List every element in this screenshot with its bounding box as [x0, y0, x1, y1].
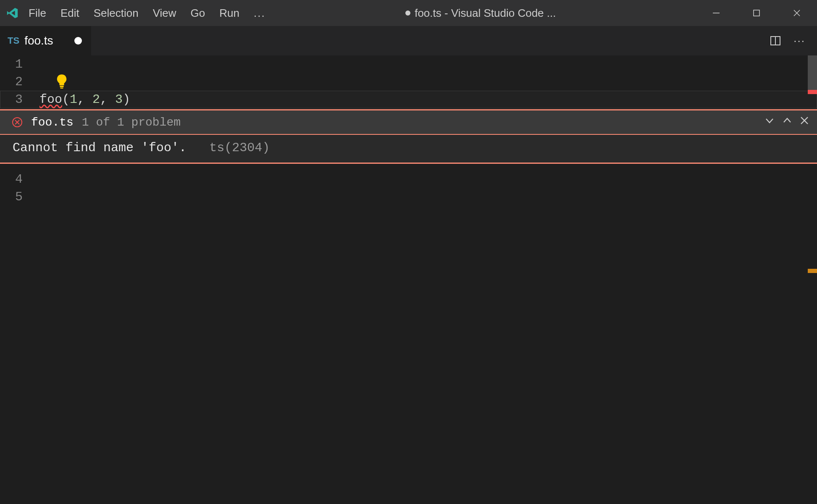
- menu-edit[interactable]: Edit: [60, 7, 79, 20]
- close-button[interactable]: [777, 0, 817, 26]
- peek-filename: foo.ts: [31, 116, 74, 129]
- editor-tab[interactable]: TS foo.ts: [0, 26, 91, 55]
- tab-bar: TS foo.ts ···: [0, 26, 817, 55]
- peek-problem-counter: 1 of 1 problem: [82, 116, 181, 129]
- line-content[interactable]: foo(1, 2, 3): [39, 91, 130, 108]
- editor-actions: ···: [757, 26, 817, 55]
- error-message: Cannot find name 'foo'.: [13, 141, 187, 155]
- previous-problem-button[interactable]: [782, 115, 793, 129]
- error-icon: [12, 117, 23, 128]
- split-editor-icon[interactable]: [769, 34, 782, 47]
- window-title: foo.ts - Visual Studio Code ...: [265, 7, 696, 20]
- next-problem-button[interactable]: [764, 115, 775, 129]
- menu-run[interactable]: Run: [219, 7, 239, 20]
- window-title-text: foo.ts - Visual Studio Code ...: [415, 7, 556, 19]
- lightbulb-icon[interactable]: [56, 74, 68, 89]
- error-code: ts(2304): [209, 141, 270, 155]
- svg-rect-1: [754, 10, 759, 16]
- editor-line[interactable]: 4: [0, 171, 817, 188]
- line-number: 4: [0, 171, 39, 188]
- tab-filename: foo.ts: [24, 34, 53, 47]
- minimize-button[interactable]: [696, 0, 736, 26]
- menu-file[interactable]: File: [29, 7, 46, 20]
- line-number: 2: [0, 73, 39, 91]
- scrollbar-track[interactable]: [808, 55, 817, 504]
- svg-rect-6: [60, 86, 64, 87]
- scrollbar-thumb[interactable]: [808, 55, 817, 91]
- menu-overflow[interactable]: ...: [254, 7, 265, 20]
- vscode-logo-icon: [6, 7, 18, 19]
- window-controls: [696, 0, 817, 26]
- peek-body: Cannot find name 'foo'. ts(2304): [0, 134, 817, 163]
- line-number: 5: [0, 188, 39, 206]
- maximize-button[interactable]: [736, 0, 777, 26]
- overview-ruler-error-icon[interactable]: [808, 90, 817, 94]
- typescript-file-icon: TS: [8, 35, 19, 46]
- menu-selection[interactable]: Selection: [94, 7, 139, 20]
- menu-bar: File Edit Selection View Go Run ...: [29, 7, 265, 20]
- menu-go[interactable]: Go: [191, 7, 205, 20]
- tab-dirty-indicator-icon: [74, 37, 82, 45]
- editor-line[interactable]: 1: [0, 55, 817, 73]
- editor-line[interactable]: 5: [0, 188, 817, 206]
- svg-rect-7: [60, 88, 63, 89]
- overview-ruler-highlight-icon[interactable]: [808, 269, 817, 273]
- problems-peek-view: foo.ts 1 of 1 problem Cannot find name '…: [0, 109, 817, 164]
- menu-view[interactable]: View: [153, 7, 176, 20]
- line-number: 1: [0, 55, 39, 73]
- editor-line[interactable]: 3 foo(1, 2, 3): [0, 91, 817, 108]
- code-editor[interactable]: 1 2 3 foo(1, 2, 3) foo.ts 1 of 1 problem: [0, 55, 817, 206]
- title-bar: File Edit Selection View Go Run ... foo.…: [0, 0, 817, 26]
- line-number: 3: [0, 91, 39, 108]
- identifier-with-error[interactable]: foo: [39, 92, 62, 107]
- dirty-indicator-icon: [405, 10, 410, 16]
- peek-header: foo.ts 1 of 1 problem: [0, 110, 817, 134]
- editor-line[interactable]: 2: [0, 73, 817, 91]
- more-actions-icon[interactable]: ···: [793, 34, 805, 47]
